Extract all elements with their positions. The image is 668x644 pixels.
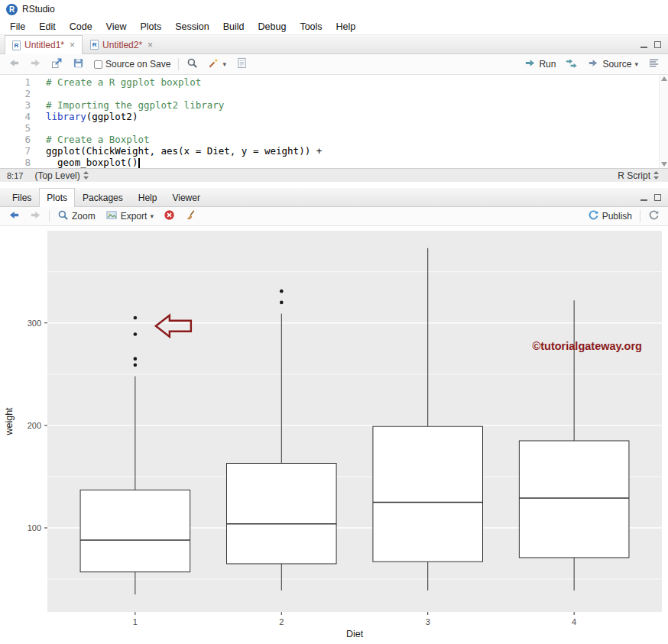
menu-session[interactable]: Session [168,19,216,34]
menu-edit[interactable]: Edit [32,19,63,34]
run-label: Run [539,59,556,70]
scroll-up-icon [661,76,667,81]
svg-text:2: 2 [279,617,284,626]
tab-label: Untitled1* [24,40,64,50]
back-arrow-icon [8,209,20,223]
chevron-down-icon: ▾ [150,212,154,220]
previous-plot-button[interactable] [6,208,22,225]
menu-file[interactable]: File [3,19,32,34]
line-number: 8 [0,157,31,168]
remove-plot-button[interactable] [161,208,177,225]
svg-text:100: 100 [28,523,41,532]
r-file-icon: R [12,40,21,50]
publish-label: Publish [602,211,632,222]
menu-debug[interactable]: Debug [251,19,293,34]
source-status-bar: 8:17 (Top Level) R Script [0,168,668,182]
magic-wand-icon [208,57,219,71]
tab-viewer[interactable]: Viewer [164,188,207,206]
chevron-down-icon: ▾ [634,60,638,68]
compile-report-button[interactable] [234,56,250,73]
tab-untitled1[interactable]: RUntitled1*× [5,35,83,54]
forward-arrow-icon [30,209,41,223]
maximize-pane-icon[interactable] [654,41,661,48]
zoom-button[interactable]: Zoom [55,208,98,225]
tab-plots[interactable]: Plots [39,188,75,207]
line-number-gutter: 12345678 [0,75,37,168]
line-number: 1 [0,76,31,88]
pane-splitter[interactable] [0,182,668,188]
export-button[interactable]: Export▾ [103,208,156,225]
scope-label: (Top Level) [34,170,79,181]
code-line: library(ggplot2) [46,111,668,122]
tab-packages[interactable]: Packages [75,188,131,206]
plots-pane: FilesPlotsPackagesHelpViewer Zoom Export… [0,188,668,644]
close-tab-icon[interactable]: × [70,40,75,50]
code-line: # Create a R ggplot boxplot [46,76,668,88]
menu-plots[interactable]: Plots [133,19,168,34]
find-replace-button[interactable] [184,56,200,73]
rstudio-window: R RStudio FileEditCodeViewPlotsSessionBu… [0,0,668,644]
updown-arrows-icon [83,171,89,180]
rerun-button[interactable] [563,56,580,73]
source-tab-bar: RUntitled1*×RUntitled2*× [0,35,668,54]
next-plot-button[interactable] [28,208,44,225]
publish-button[interactable]: Publish [585,208,634,225]
scope-selector[interactable]: (Top Level) [32,169,90,183]
boxplot-chart: 1002003001234Dietweight©tutorialgateway.… [0,226,668,644]
title-bar: R RStudio [0,0,668,18]
bottom-tabs: FilesPlotsPackagesHelpViewer [5,188,208,206]
plots-pane-controls [640,188,668,206]
line-number: 2 [0,88,31,99]
code-line: # Create a Boxplot [46,134,668,145]
editor-scrollbar[interactable] [659,75,668,168]
source-button[interactable]: Source▾ [585,56,640,73]
svg-text:200: 200 [28,421,41,430]
code-line: # Importing the ggplot2 library [46,99,668,111]
menu-view[interactable]: View [99,19,134,34]
checkbox-icon[interactable] [94,60,102,69]
tab-files[interactable]: Files [5,188,39,206]
line-number: 6 [0,134,31,145]
svg-text:1: 1 [133,617,138,626]
bottom-tab-bar: FilesPlotsPackagesHelpViewer [0,188,668,207]
tab-help[interactable]: Help [131,188,165,206]
text-cursor [138,158,139,168]
svg-text:3: 3 [426,617,430,626]
save-button[interactable] [70,56,86,73]
source-on-save-label: Source on Save [105,59,170,70]
menu-tools[interactable]: Tools [293,19,329,34]
export-image-icon [105,209,118,223]
minimize-pane-icon[interactable] [640,194,647,201]
magnifier-icon [186,57,198,71]
forward-button[interactable] [28,56,44,73]
updown-arrows-icon [653,171,659,180]
clear-all-plots-button[interactable] [183,208,199,225]
refresh-plot-button[interactable] [646,208,662,225]
close-tab-icon[interactable]: × [148,40,153,50]
line-number: 5 [0,122,31,134]
broom-icon [185,209,196,223]
back-button[interactable] [6,56,22,73]
code-tools-button[interactable]: ▾ [206,56,229,73]
svg-text:300: 300 [28,319,41,328]
cursor-position: 8:17 [7,171,23,180]
tab-label: Untitled2* [102,40,142,50]
menu-build[interactable]: Build [216,19,251,34]
doc-type-selector[interactable]: R Script [615,169,661,183]
code-lines[interactable]: # Create a R ggplot boxplot# Importing t… [37,75,668,168]
tab-untitled2[interactable]: RUntitled2*× [83,35,161,53]
open-new-window-button[interactable] [49,56,65,73]
source-on-save-toggle[interactable]: Source on Save [92,57,173,71]
run-arrow-icon [524,57,536,71]
code-line: ggplot(ChickWeight, aes(x = Diet, y = we… [46,145,668,157]
menu-code[interactable]: Code [63,19,99,34]
run-button[interactable]: Run [522,56,558,73]
zoom-label: Zoom [72,211,96,222]
plots-toolbar: Zoom Export▾ Publish [0,207,668,226]
document-outline-button[interactable] [646,56,662,73]
menu-help[interactable]: Help [329,19,363,34]
code-editor[interactable]: 12345678 # Create a R ggplot boxplot# Im… [0,75,668,168]
minimize-pane-icon[interactable] [640,41,647,48]
maximize-pane-icon[interactable] [654,194,661,201]
code-line [46,88,668,99]
